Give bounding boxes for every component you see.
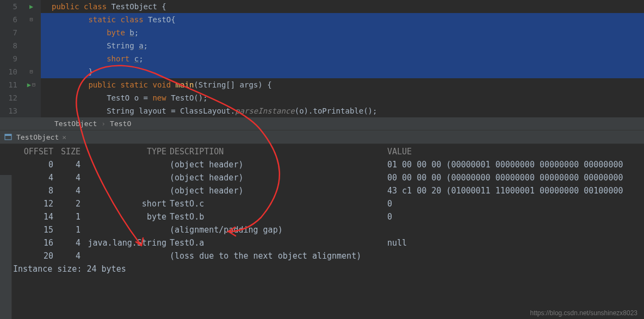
console-cell: 4 xyxy=(55,184,83,197)
console-cell: (object header) xyxy=(170,184,387,197)
console-cell xyxy=(83,223,170,236)
console-cell: OFFSET xyxy=(17,145,55,158)
gutter-icons: ⊟ xyxy=(22,13,41,26)
console-row: 204(loss due to the next object alignmen… xyxy=(17,249,644,262)
console-cell: java.lang.String xyxy=(83,236,170,249)
console-cell xyxy=(83,249,170,262)
console-cell: 4 xyxy=(17,171,55,184)
console-row: 164java.lang.StringTestO.anull xyxy=(17,236,644,249)
console-cell xyxy=(83,184,170,197)
instance-size: Instance size: 24 bytes xyxy=(13,262,644,276)
breadcrumb-item[interactable]: TestObject xyxy=(54,120,97,128)
console-cell: DESCRIPTION xyxy=(170,145,387,158)
fold-icon[interactable]: ⊟ xyxy=(29,65,33,78)
console-cell: TYPE xyxy=(83,145,170,158)
run-icon[interactable]: ▶ xyxy=(29,0,33,13)
line-number: 9 xyxy=(0,52,22,65)
console-cell: 01 00 00 00 (00000001 00000000 00000000 … xyxy=(387,158,644,171)
console-cell: 1 xyxy=(55,210,83,223)
gutter-icons xyxy=(22,52,41,65)
console-row: 122shortTestO.c0 xyxy=(17,197,644,210)
code-line[interactable]: 7 byte b; xyxy=(0,26,644,39)
code-text[interactable]: short c; xyxy=(41,52,644,65)
gutter-icons xyxy=(22,26,41,39)
code-text[interactable]: String layout = ClassLayout.parseInstanc… xyxy=(41,104,644,117)
console-cell: (object header) xyxy=(170,158,387,171)
console-cell xyxy=(387,249,644,262)
code-editor[interactable]: 5▶public class TestObject {6⊟ static cla… xyxy=(0,0,644,117)
code-line[interactable]: 8 String a; xyxy=(0,39,644,52)
console-cell: 0 xyxy=(17,158,55,171)
code-line[interactable]: 10⊟ } xyxy=(0,65,644,78)
console-cell: 0 xyxy=(387,210,644,223)
console-cell: null xyxy=(387,236,644,249)
console-cell: 14 xyxy=(17,210,55,223)
fold-icon[interactable]: ⊟ xyxy=(29,13,33,26)
breadcrumb-item[interactable]: TestO xyxy=(110,120,131,128)
console-cell: SIZE xyxy=(55,145,83,158)
code-line[interactable]: 11▶⊟ public static void main(String[] ar… xyxy=(0,78,644,91)
code-line[interactable]: 13 String layout = ClassLayout.parseInst… xyxy=(0,104,644,117)
console-row: 04(object header)01 00 00 00 (00000001 0… xyxy=(17,158,644,171)
code-text[interactable]: public static void main(String[] args) { xyxy=(41,78,644,91)
line-number: 11 xyxy=(0,78,22,91)
console-cell: 00 00 00 00 (00000000 00000000 00000000 … xyxy=(387,171,644,184)
code-text[interactable]: byte b; xyxy=(41,26,644,39)
console-cell: 4 xyxy=(55,171,83,184)
breadcrumb: TestObject › TestO xyxy=(0,117,644,130)
console-icon xyxy=(4,133,12,141)
console-row: 151(alignment/padding gap) xyxy=(17,223,644,236)
console-row: 44(object header)00 00 00 00 (00000000 0… xyxy=(17,171,644,184)
console-cell: (loss due to the next object alignment) xyxy=(170,249,387,262)
code-line[interactable]: 6⊟ static class TestO{ xyxy=(0,13,644,26)
close-icon[interactable]: × xyxy=(62,133,66,141)
run-icon[interactable]: ▶ xyxy=(27,78,31,91)
console-cell: 1 xyxy=(55,223,83,236)
console-cell: 43 c1 00 20 (01000011 11000001 00000000 … xyxy=(387,184,644,197)
code-line[interactable]: 12 TestO o = new TestO(); xyxy=(0,91,644,104)
console-cell: byte xyxy=(83,210,170,223)
svg-rect-1 xyxy=(5,134,11,136)
console-cell: 4 xyxy=(55,249,83,262)
fold-icon[interactable]: ⊟ xyxy=(32,78,35,91)
code-text[interactable]: String a; xyxy=(41,39,644,52)
console-cell: short xyxy=(83,197,170,210)
gutter-icons xyxy=(22,39,41,52)
console-cell: 2 xyxy=(55,197,83,210)
line-number: 13 xyxy=(0,104,22,117)
line-number: 5 xyxy=(0,0,22,13)
watermark: https://blog.csdn.net/sunshinezx8023 xyxy=(530,309,637,317)
console-cell: 4 xyxy=(55,236,83,249)
code-line[interactable]: 9 short c; xyxy=(0,52,644,65)
gutter-icons: ▶⊟ xyxy=(22,78,41,91)
console-cell xyxy=(387,223,644,236)
console-cell: TestO.c xyxy=(170,197,387,210)
code-line[interactable]: 5▶public class TestObject { xyxy=(0,0,644,13)
console-row: 84(object header)43 c1 00 20 (01000011 1… xyxy=(17,184,644,197)
console-cell: VALUE xyxy=(387,145,644,158)
console-cell: TestO.b xyxy=(170,210,387,223)
code-text[interactable]: TestO o = new TestO(); xyxy=(41,91,644,104)
code-text[interactable]: } xyxy=(41,65,644,78)
console-row: 141byteTestO.b0 xyxy=(17,210,644,223)
console-cell: 8 xyxy=(17,184,55,197)
line-number: 12 xyxy=(0,91,22,104)
console-cell: 16 xyxy=(17,236,55,249)
run-tab-bar: TestObject × xyxy=(0,130,644,144)
tab-label: TestObject xyxy=(16,133,59,141)
chevron-right-icon: › xyxy=(101,120,106,128)
gutter-icons xyxy=(22,91,41,104)
code-text[interactable]: static class TestO{ xyxy=(41,13,644,26)
console-cell: 12 xyxy=(17,197,55,210)
console-cell xyxy=(83,158,170,171)
console-cell: 0 xyxy=(387,197,644,210)
console-row: OFFSETSIZETYPEDESCRIPTIONVALUE xyxy=(17,145,644,158)
run-tab[interactable]: TestObject × xyxy=(12,133,71,141)
console-output[interactable]: OFFSETSIZETYPEDESCRIPTIONVALUE04(object … xyxy=(0,144,644,276)
gutter-icons: ⊟ xyxy=(22,65,41,78)
code-text[interactable]: public class TestObject { xyxy=(41,0,644,13)
console-cell: TestO.a xyxy=(170,236,387,249)
line-number: 10 xyxy=(0,65,22,78)
line-number: 6 xyxy=(0,13,22,26)
console-cell: 15 xyxy=(17,223,55,236)
